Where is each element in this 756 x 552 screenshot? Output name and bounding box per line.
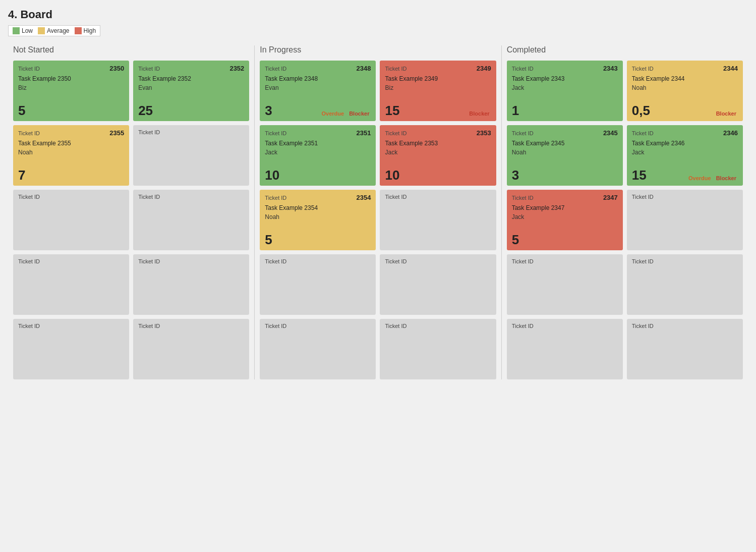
- ticket-id-label-2349: Ticket ID: [385, 66, 406, 72]
- card-title-2349: Task Example 2349: [385, 75, 491, 82]
- card-header-2350: Ticket ID2350: [18, 65, 124, 72]
- card-assignee-2344: Noah: [632, 84, 738, 91]
- card-footer-2347: 5: [512, 233, 618, 246]
- card-header-2345: Ticket ID2345: [512, 129, 618, 137]
- card-assignee-2354: Noah: [265, 213, 371, 220]
- badge-blocker-2346: Blocker: [715, 175, 738, 182]
- card-points-2353: 10: [385, 169, 399, 182]
- ticket-id-value-2344: 2344: [723, 65, 738, 72]
- ticket-id-value-2353: 2353: [477, 129, 491, 137]
- card-2350[interactable]: Ticket ID2350Task Example 2350Biz5: [13, 61, 129, 121]
- card-title-2346: Task Example 2346: [632, 140, 738, 147]
- card-header-empty-not-started-5: Ticket ID: [138, 194, 244, 200]
- card-header-2354: Ticket ID2354: [265, 194, 371, 201]
- legend-label-low: Low: [22, 27, 33, 34]
- card-empty-not-started-3: Ticket ID: [133, 125, 249, 186]
- card-points-2350: 5: [18, 104, 25, 117]
- card-header-2344: Ticket ID2344: [632, 65, 738, 72]
- card-2344[interactable]: Ticket ID2344Task Example 2344Noah0,5Blo…: [627, 61, 743, 121]
- card-2349[interactable]: Ticket ID2349Task Example 2349Biz15Block…: [380, 61, 496, 121]
- card-empty-not-started-6: Ticket ID: [13, 254, 129, 315]
- ticket-id-label-empty-not-started-9: Ticket ID: [138, 323, 160, 329]
- card-empty-in-progress-6: Ticket ID: [260, 254, 376, 315]
- card-empty-in-progress-8: Ticket ID: [260, 319, 376, 379]
- ticket-id-label-empty-completed-5: Ticket ID: [632, 194, 654, 200]
- card-header-empty-completed-7: Ticket ID: [632, 258, 738, 264]
- ticket-id-label-2354: Ticket ID: [265, 195, 286, 201]
- card-2345[interactable]: Ticket ID2345Task Example 2345Noah3: [507, 125, 623, 186]
- legend-label-average: Average: [47, 27, 69, 34]
- card-2348[interactable]: Ticket ID2348Task Example 2348Evan3Overd…: [260, 61, 376, 121]
- card-footer-2349: 15Blocker: [385, 104, 491, 117]
- card-footer-2351: 10: [265, 169, 371, 182]
- card-header-2348: Ticket ID2348: [265, 65, 371, 72]
- ticket-id-label-empty-in-progress-9: Ticket ID: [385, 323, 406, 329]
- ticket-id-value-2355: 2355: [109, 129, 124, 137]
- card-header-2349: Ticket ID2349: [385, 65, 491, 72]
- ticket-id-label-2348: Ticket ID: [265, 66, 286, 72]
- card-footer-2353: 10: [385, 169, 491, 182]
- card-2347[interactable]: Ticket ID2347Task Example 2347Jack5: [507, 190, 623, 250]
- card-title-2343: Task Example 2343: [512, 75, 618, 82]
- card-assignee-2349: Biz: [385, 84, 491, 91]
- card-points-2355: 7: [18, 169, 25, 182]
- ticket-id-label-empty-in-progress-8: Ticket ID: [265, 323, 286, 329]
- ticket-id-value-2352: 2352: [229, 65, 244, 72]
- ticket-id-label-2345: Ticket ID: [512, 130, 534, 136]
- card-header-2355: Ticket ID2355: [18, 129, 124, 137]
- card-grid-in-progress: Ticket ID2348Task Example 2348Evan3Overd…: [260, 61, 496, 379]
- legend: LowAverageHigh: [8, 25, 100, 36]
- card-points-2348: 3: [265, 104, 272, 117]
- card-title-2350: Task Example 2350: [18, 75, 124, 82]
- ticket-id-value-2351: 2351: [357, 129, 371, 137]
- card-assignee-2346: Jack: [632, 149, 738, 156]
- card-2353[interactable]: Ticket ID2353Task Example 2353Jack10: [380, 125, 496, 186]
- card-2351[interactable]: Ticket ID2351Task Example 2351Jack10: [260, 125, 376, 186]
- ticket-id-label-2351: Ticket ID: [265, 130, 286, 136]
- legend-color-average: [38, 27, 45, 34]
- card-header-2347: Ticket ID2347: [512, 194, 618, 201]
- column-title-completed: Completed: [507, 45, 743, 54]
- column-title-not-started: Not Started: [13, 45, 249, 54]
- ticket-id-value-2347: 2347: [603, 194, 618, 201]
- card-empty-in-progress-9: Ticket ID: [380, 319, 496, 379]
- card-empty-in-progress-5: Ticket ID: [380, 190, 496, 250]
- card-badges-2346: OverdueBlocker: [687, 175, 738, 182]
- card-2355[interactable]: Ticket ID2355Task Example 2355Noah7: [13, 125, 129, 186]
- ticket-id-label-empty-not-started-5: Ticket ID: [138, 194, 160, 200]
- ticket-id-value-2350: 2350: [109, 65, 124, 72]
- card-2343[interactable]: Ticket ID2343Task Example 2343Jack1: [507, 61, 623, 121]
- card-header-empty-in-progress-7: Ticket ID: [385, 258, 491, 264]
- card-assignee-2350: Biz: [18, 84, 124, 91]
- ticket-id-value-2345: 2345: [603, 129, 618, 137]
- card-header-empty-completed-8: Ticket ID: [512, 323, 618, 329]
- legend-item-high: High: [75, 27, 96, 34]
- card-empty-completed-9: Ticket ID: [627, 319, 743, 379]
- card-empty-not-started-8: Ticket ID: [13, 319, 129, 379]
- card-title-2355: Task Example 2355: [18, 140, 124, 147]
- card-empty-not-started-7: Ticket ID: [133, 254, 249, 315]
- card-2354[interactable]: Ticket ID2354Task Example 2354Noah5: [260, 190, 376, 250]
- card-points-2343: 1: [512, 104, 519, 117]
- badge-blocker-2348: Blocker: [347, 110, 371, 117]
- card-empty-completed-6: Ticket ID: [507, 254, 623, 315]
- card-assignee-2345: Noah: [512, 149, 618, 156]
- card-empty-not-started-9: Ticket ID: [133, 319, 249, 379]
- card-points-2349: 15: [385, 104, 399, 117]
- ticket-id-label-empty-in-progress-6: Ticket ID: [265, 258, 286, 264]
- card-2346[interactable]: Ticket ID2346Task Example 2346Jack15Over…: [627, 125, 743, 186]
- card-points-2354: 5: [265, 233, 272, 246]
- card-header-empty-in-progress-6: Ticket ID: [265, 258, 371, 264]
- ticket-id-value-2348: 2348: [357, 65, 371, 72]
- card-footer-2348: 3OverdueBlocker: [265, 104, 371, 117]
- card-header-empty-completed-6: Ticket ID: [512, 258, 618, 264]
- ticket-id-value-2346: 2346: [723, 129, 738, 137]
- badge-blocker-2344: Blocker: [715, 110, 738, 117]
- card-grid-completed: Ticket ID2343Task Example 2343Jack1Ticke…: [507, 61, 743, 379]
- card-header-empty-not-started-6: Ticket ID: [18, 258, 124, 264]
- page-title: 4. Board: [8, 8, 748, 21]
- ticket-id-value-2343: 2343: [603, 65, 618, 72]
- card-assignee-2348: Evan: [265, 84, 371, 91]
- card-assignee-2352: Evan: [138, 84, 244, 91]
- card-2352[interactable]: Ticket ID2352Task Example 2352Evan25: [133, 61, 249, 121]
